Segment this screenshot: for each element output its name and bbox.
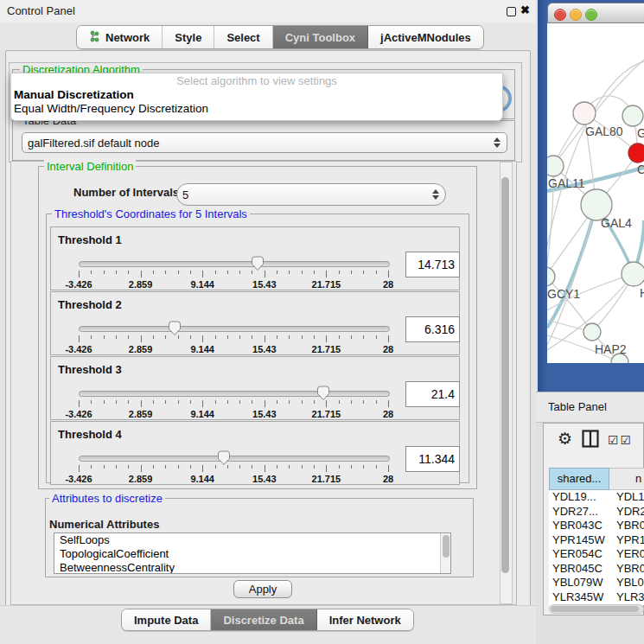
numerical-attributes-list[interactable]: SelfLoopsTopologicalCoefficientBetweenne… — [54, 532, 451, 574]
slider-tick-labels: -3.4262.8599.14415.4321.71528 — [79, 409, 388, 419]
slider-track[interactable] — [79, 456, 390, 462]
attribute-item[interactable]: SelfLoops — [54, 533, 450, 547]
cell-shared-name[interactable]: YPR145W — [549, 533, 613, 548]
slider-track[interactable] — [79, 391, 390, 397]
slider-thumb[interactable] — [316, 386, 330, 401]
tab-select[interactable]: Select — [214, 26, 272, 48]
threshold-slider[interactable]: -3.4262.8599.14415.4321.71528 — [79, 386, 388, 419]
table-row[interactable]: YER054CYER0 — [549, 547, 644, 562]
threshold-label: Threshold 3 — [58, 363, 122, 376]
control-panel-tabbar: Network Style Select Cyni Toolbox jActiv… — [0, 22, 536, 50]
cell-name[interactable]: YDL1 — [613, 490, 644, 505]
attribute-items: SelfLoopsTopologicalCoefficientBetweenne… — [54, 533, 450, 574]
thresholds-group-label: Threshold's Coordinates for 5 Intervals — [52, 207, 250, 220]
cell-name[interactable]: YBR0 — [613, 519, 644, 533]
minimize-traffic-light-icon[interactable] — [570, 9, 582, 21]
network-edge[interactable] — [547, 205, 596, 328]
table-horizontal-scrollbar[interactable] — [549, 604, 644, 614]
slider-track[interactable] — [79, 261, 390, 267]
threshold-slider[interactable]: -3.4262.8599.14415.4321.71528 — [79, 322, 388, 354]
combo-arrows-icon — [492, 137, 501, 148]
algorithm-option[interactable]: Manual Discretization — [11, 88, 502, 102]
threshold-label: Threshold 1 — [58, 233, 122, 246]
interval-definition-group-label: Interval Definition — [44, 160, 136, 173]
slider-track[interactable] — [79, 326, 390, 332]
network-canvas[interactable]: GAL80GACGAL11GAL4GCY1HHAP2 — [547, 23, 644, 363]
table-row[interactable]: YLR345WYLR3 — [549, 590, 644, 605]
threshold-list: Threshold 1 -3.4262.8599.14415.4321.7152… — [50, 226, 460, 486]
table-row[interactable]: YBR045CYBR0 — [549, 562, 644, 577]
network-node-label: GCY1 — [547, 287, 580, 301]
combo-arrows-icon — [430, 189, 440, 200]
tab-network[interactable]: Network — [77, 26, 163, 48]
attributes-scrollbar-thumb[interactable] — [443, 535, 450, 558]
cell-shared-name[interactable]: YBL079W — [549, 576, 613, 590]
attribute-item[interactable]: BetweennessCentrality — [54, 561, 450, 574]
attributes-scrollbar[interactable] — [440, 533, 451, 573]
tab-cyni-toolbox[interactable]: Cyni Toolbox — [273, 26, 368, 48]
cell-name[interactable]: YPR1 — [613, 533, 644, 548]
table-row[interactable]: YBL079WYBL0 — [549, 576, 644, 590]
cell-name[interactable]: YER0 — [613, 547, 644, 562]
split-columns-icon[interactable] — [582, 430, 599, 448]
network-node[interactable] — [573, 102, 596, 124]
slider-tick-labels: -3.4262.8599.14415.4321.71528 — [79, 344, 388, 354]
checkbox-icons[interactable]: ☑☑ — [608, 433, 633, 447]
cell-shared-name[interactable]: YDR27... — [549, 505, 613, 520]
gear-icon[interactable]: ⚙ — [558, 429, 572, 449]
table-row[interactable]: YPR145WYPR1 — [549, 533, 644, 548]
slider-thumb[interactable] — [251, 256, 265, 271]
table-panel-title: Table Panel — [548, 400, 607, 413]
network-node[interactable] — [547, 156, 564, 176]
network-node[interactable] — [622, 262, 644, 286]
zoom-traffic-light-icon[interactable] — [585, 9, 597, 21]
close-icon[interactable]: ✖ — [520, 3, 530, 16]
threshold-value-field[interactable]: 14.713 — [405, 252, 460, 277]
cell-shared-name[interactable]: YBR043C — [549, 519, 613, 533]
slider-ticks — [79, 271, 388, 278]
table-row[interactable]: YBR043CYBR0 — [549, 519, 644, 533]
table-data-combobox[interactable]: galFiltered.sif default node — [22, 132, 507, 153]
threshold-value-field[interactable]: 11.344 — [405, 446, 460, 472]
tab-impute-data[interactable]: Impute Data — [122, 609, 211, 630]
threshold-value-field[interactable]: 21.4 — [405, 381, 460, 407]
slider-thumb[interactable] — [168, 321, 182, 336]
cell-name[interactable]: YDR2 — [613, 505, 644, 520]
network-node[interactable] — [583, 323, 601, 341]
tab-jactivemnodules[interactable]: jActiveMNodules — [368, 26, 483, 48]
cell-name[interactable]: YBR0 — [613, 562, 644, 577]
column-header-shared-name[interactable]: shared... — [549, 468, 609, 490]
network-node[interactable] — [628, 143, 644, 163]
cell-shared-name[interactable]: YBR045C — [549, 562, 613, 577]
close-traffic-light-icon[interactable] — [554, 9, 566, 21]
settings-scrollbar-thumb[interactable] — [501, 177, 509, 573]
table-horizontal-scrollbar-thumb[interactable] — [551, 606, 639, 612]
cell-shared-name[interactable]: YDL19... — [549, 490, 613, 505]
float-window-icon[interactable] — [507, 7, 516, 16]
cell-shared-name[interactable]: YER054C — [549, 547, 613, 562]
slider-thumb[interactable] — [217, 450, 231, 466]
tab-select-label: Select — [226, 31, 259, 44]
tab-discretize-data[interactable]: Discretize Data — [211, 609, 316, 630]
tab-infer-network[interactable]: Infer Network — [317, 609, 413, 630]
settings-scrollbar[interactable] — [500, 162, 513, 604]
cell-shared-name[interactable]: YLR345W — [549, 590, 613, 605]
threshold-slider[interactable]: -3.4262.8599.14415.4321.71528 — [79, 257, 388, 290]
network-node[interactable] — [547, 267, 555, 286]
threshold-slider[interactable]: -3.4262.8599.14415.4321.71528 — [79, 451, 388, 484]
tab-network-label: Network — [105, 31, 150, 44]
network-node[interactable] — [622, 105, 643, 126]
algorithm-option[interactable]: Equal Width/Frequency Discretization — [11, 102, 502, 116]
tab-style[interactable]: Style — [163, 26, 214, 48]
attribute-item[interactable]: TopologicalCoefficient — [54, 547, 450, 561]
cell-name[interactable]: YLR3 — [613, 590, 644, 605]
table-row[interactable]: YDR27...YDR2 — [549, 505, 644, 520]
algorithm-prompt-item[interactable]: Select algorithm to view settings — [11, 73, 502, 88]
cell-name[interactable]: YBL0 — [613, 576, 644, 590]
threshold-value-field[interactable]: 6.316 — [405, 316, 460, 342]
column-header-name[interactable]: n — [609, 468, 644, 490]
table-row[interactable]: YDL19...YDL1 — [549, 490, 644, 505]
apply-button[interactable]: Apply — [233, 580, 292, 598]
network-window-titlebar[interactable] — [547, 3, 644, 23]
number-of-intervals-combobox[interactable]: 5 — [176, 183, 446, 206]
